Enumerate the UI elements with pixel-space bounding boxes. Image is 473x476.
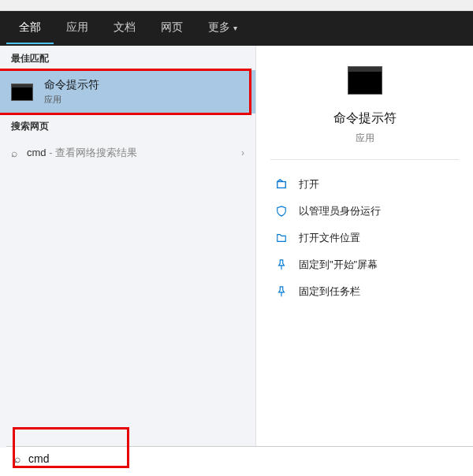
search-icon: ⌕ <box>14 452 20 465</box>
tab-web[interactable]: 网页 <box>148 13 196 44</box>
tab-docs[interactable]: 文档 <box>101 13 148 44</box>
action-open-location[interactable]: 打开文件位置 <box>267 225 462 251</box>
web-search-result[interactable]: ⌕ cmd - 查看网络搜索结果 › <box>0 138 255 168</box>
web-query: cmd <box>27 147 47 158</box>
action-run-admin-label: 以管理员身份运行 <box>299 204 381 218</box>
action-open-location-label: 打开文件位置 <box>299 231 360 245</box>
search-icon: ⌕ <box>11 147 17 159</box>
preview-panel: 命令提示符 应用 打开 以管理员身份运行 打开文件位置 <box>256 46 473 448</box>
action-pin-start[interactable]: 固定到"开始"屏幕 <box>267 251 462 278</box>
pin-icon <box>275 285 288 298</box>
preview-subtitle: 应用 <box>356 132 374 145</box>
actions-list: 打开 以管理员身份运行 打开文件位置 固定到"开始"屏幕 <box>256 171 473 305</box>
result-title: 命令提示符 <box>44 78 99 92</box>
chevron-down-icon: ▾ <box>233 24 237 32</box>
action-pin-start-label: 固定到"开始"屏幕 <box>299 258 378 272</box>
open-icon <box>275 178 288 191</box>
result-text: 命令提示符 应用 <box>44 78 99 106</box>
action-open-label: 打开 <box>299 177 319 192</box>
best-match-result[interactable]: 命令提示符 应用 <box>0 70 255 113</box>
search-tabs-bar: 全部 应用 文档 网页 更多 ▾ <box>0 11 473 46</box>
divider <box>270 159 459 160</box>
search-bar-container: ⌕ <box>6 446 473 470</box>
pin-icon <box>275 258 288 271</box>
preview-header: 命令提示符 应用 <box>256 46 473 159</box>
best-match-header: 最佳匹配 <box>0 46 255 70</box>
chevron-right-icon: › <box>241 147 244 158</box>
tab-apps[interactable]: 应用 <box>54 13 101 44</box>
tab-more[interactable]: 更多 ▾ <box>196 13 250 44</box>
web-suffix: - 查看网络搜索结果 <box>47 147 138 158</box>
truncated-window-edge <box>0 0 473 11</box>
search-input[interactable] <box>28 452 465 465</box>
web-result-left: ⌕ cmd - 查看网络搜索结果 <box>11 146 137 160</box>
action-run-admin[interactable]: 以管理员身份运行 <box>267 198 462 225</box>
tab-more-label: 更多 <box>208 20 230 35</box>
action-open[interactable]: 打开 <box>267 171 462 198</box>
svg-rect-0 <box>277 182 286 188</box>
folder-icon <box>275 232 288 244</box>
command-prompt-icon <box>11 84 33 101</box>
result-subtitle: 应用 <box>44 94 99 106</box>
command-prompt-icon-large <box>348 66 382 95</box>
tab-all[interactable]: 全部 <box>6 13 54 44</box>
search-bar[interactable]: ⌕ <box>6 446 473 470</box>
search-results-area: 最佳匹配 命令提示符 应用 搜索网页 ⌕ cmd - 查看网络搜索结果 › 命令… <box>0 46 473 448</box>
preview-title: 命令提示符 <box>333 110 397 127</box>
shield-icon <box>275 205 288 218</box>
search-web-header: 搜索网页 <box>0 113 255 138</box>
results-left-panel: 最佳匹配 命令提示符 应用 搜索网页 ⌕ cmd - 查看网络搜索结果 › <box>0 46 256 448</box>
annotation-highlight <box>0 69 251 115</box>
web-result-text: cmd - 查看网络搜索结果 <box>27 146 137 160</box>
action-pin-taskbar[interactable]: 固定到任务栏 <box>267 278 462 305</box>
action-pin-taskbar-label: 固定到任务栏 <box>299 284 360 299</box>
